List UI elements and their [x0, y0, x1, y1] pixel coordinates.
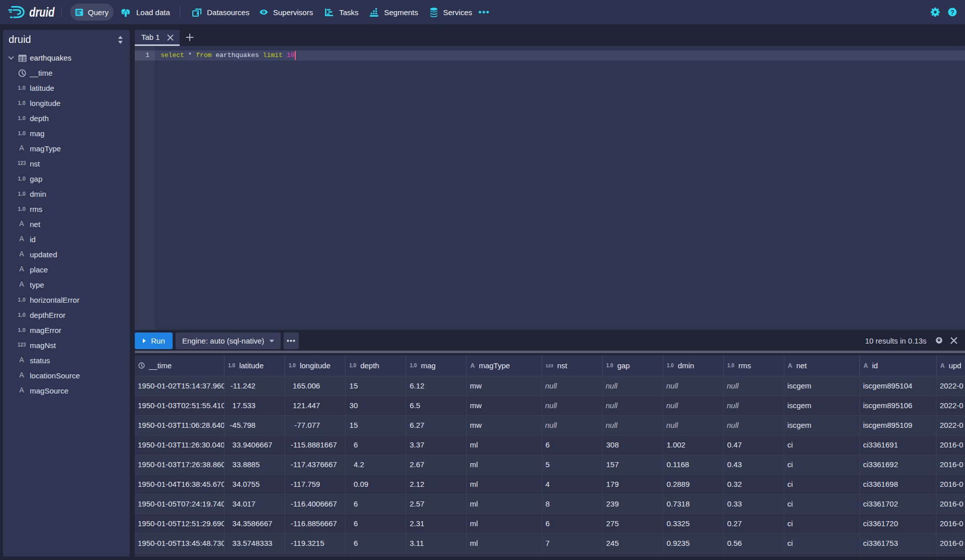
svg-text:?: ?	[950, 9, 954, 16]
